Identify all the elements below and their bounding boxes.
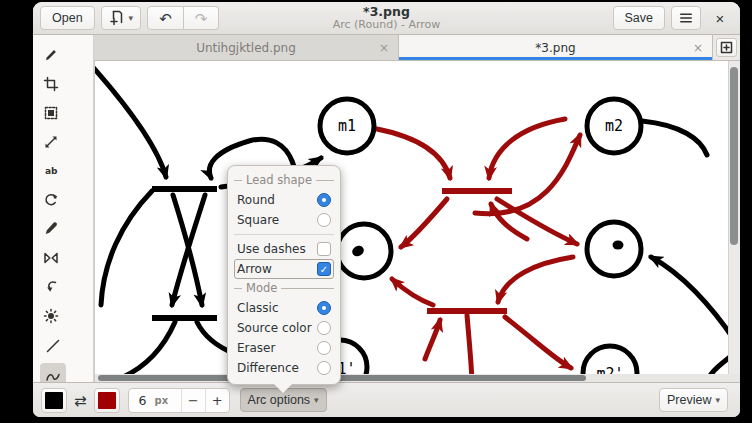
primary-color-chip xyxy=(45,392,63,409)
tools-sidebar: ab xyxy=(33,35,94,382)
tool-selection[interactable] xyxy=(38,100,64,125)
paint-icon xyxy=(43,279,59,295)
flip-mirror-icon xyxy=(43,250,59,266)
size-decrease-button[interactable]: − xyxy=(181,389,205,412)
option-round[interactable]: Round xyxy=(234,190,334,210)
option-source-color[interactable]: Source color xyxy=(234,318,334,338)
tool-pencil[interactable] xyxy=(38,42,64,67)
brightness-sun-icon xyxy=(43,308,59,324)
header-bar: *3.png Arc (Round) - Arrow Open ▾ ↶ ↷ xyxy=(33,2,740,35)
option-difference[interactable]: Difference xyxy=(234,358,334,378)
undo-button[interactable]: ↶ xyxy=(147,6,184,30)
tab-untitled[interactable]: Untihgjktled.png × xyxy=(94,35,399,60)
option-label: Round xyxy=(237,193,275,207)
tab-bar: Untihgjktled.png × *3.png × xyxy=(94,35,740,61)
vertical-scrollbar[interactable] xyxy=(728,61,740,374)
preview-label: Preview xyxy=(667,393,711,407)
open-button[interactable]: Open xyxy=(40,6,95,30)
save-button[interactable]: Save xyxy=(613,6,666,30)
radio-unchecked-icon[interactable] xyxy=(317,321,331,335)
option-label: Arrow xyxy=(237,262,272,276)
secondary-color-chip xyxy=(98,392,116,409)
tab-close-icon[interactable]: × xyxy=(693,41,703,55)
tool-size-spinner: 6 px − + xyxy=(128,388,230,413)
primary-color-button[interactable] xyxy=(41,388,67,413)
option-use-dashes[interactable]: Use dashes xyxy=(234,239,334,259)
tool-flip[interactable] xyxy=(38,245,64,270)
vertical-scrollbar-thumb[interactable] xyxy=(730,67,738,245)
option-square[interactable]: Square xyxy=(234,210,334,230)
tool-line[interactable] xyxy=(40,332,66,359)
radio-unchecked-icon[interactable] xyxy=(317,213,331,227)
option-label: Classic xyxy=(237,301,279,315)
tool-size-value[interactable]: 6 xyxy=(129,393,155,408)
window-close-button[interactable]: × xyxy=(707,6,733,30)
hamburger-menu-icon xyxy=(679,12,693,24)
tool-crop[interactable] xyxy=(38,71,64,96)
section-title-mode: Mode xyxy=(234,281,334,295)
redo-icon: ↷ xyxy=(195,11,208,26)
radio-checked-icon[interactable] xyxy=(317,301,331,315)
tool-scale[interactable] xyxy=(38,129,64,154)
option-eraser[interactable]: Eraser xyxy=(234,338,334,358)
drawing-canvas[interactable]: m1 m2 m1' m2' xyxy=(94,61,740,382)
pencil-icon xyxy=(43,47,59,63)
place-label-m1: m1 xyxy=(338,117,356,135)
option-label: Source color xyxy=(237,321,312,335)
bottom-action-bar: ⇄ 6 px − + Arc options ▾ Preview ▾ xyxy=(33,382,740,417)
radio-unchecked-icon[interactable] xyxy=(317,361,331,375)
option-label: Eraser xyxy=(237,341,275,355)
tab-close-icon[interactable]: × xyxy=(379,41,389,55)
selection-icon xyxy=(43,105,59,121)
drawing-app-window: *3.png Arc (Round) - Arrow Open ▾ ↶ ↷ xyxy=(33,2,740,417)
chevron-down-icon: ▾ xyxy=(314,395,319,405)
new-image-icon xyxy=(109,10,125,26)
swap-colors-button[interactable]: ⇄ xyxy=(69,388,92,412)
scale-icon xyxy=(43,134,59,150)
tool-rotate[interactable] xyxy=(38,187,64,212)
close-icon: × xyxy=(716,10,725,27)
arc-options-popover: Lead shape Round Square Use dashes Arrow… xyxy=(227,165,341,385)
text-tool-icon: ab xyxy=(43,163,59,179)
option-label: Square xyxy=(237,213,279,227)
radio-unchecked-icon[interactable] xyxy=(317,341,331,355)
crop-icon xyxy=(43,76,59,92)
option-label: Use dashes xyxy=(237,242,306,256)
tool-paint[interactable] xyxy=(38,274,64,299)
rotate-icon xyxy=(43,192,59,208)
place-label-m2: m2 xyxy=(605,117,623,135)
option-label: Difference xyxy=(237,361,299,375)
swap-colors-icon: ⇄ xyxy=(74,393,87,408)
tab-3png[interactable]: *3.png × xyxy=(399,35,713,60)
red-arcs xyxy=(377,119,580,381)
line-tool-icon xyxy=(45,338,61,354)
new-image-menu-button[interactable]: ▾ xyxy=(101,6,142,30)
checkbox-checked-icon[interactable]: ✓ xyxy=(317,262,331,276)
main-area: ab xyxy=(33,35,740,382)
header-left-controls: Open ▾ ↶ ↷ xyxy=(40,6,219,30)
size-increase-button[interactable]: + xyxy=(205,389,229,412)
horizontal-scrollbar-thumb[interactable] xyxy=(98,375,586,381)
new-tab-icon xyxy=(720,41,733,54)
option-arrow[interactable]: Arrow ✓ xyxy=(234,259,334,279)
secondary-color-button[interactable] xyxy=(94,388,120,413)
redo-button[interactable]: ↷ xyxy=(184,6,220,30)
preview-button[interactable]: Preview ▾ xyxy=(659,388,728,412)
main-menu-button[interactable] xyxy=(671,6,701,30)
option-classic[interactable]: Classic xyxy=(234,298,334,318)
black-arcs xyxy=(95,65,740,379)
places xyxy=(313,99,641,382)
tool-color-picker[interactable] xyxy=(38,216,64,241)
arc-options-label: Arc options xyxy=(248,393,311,407)
eyedropper-icon xyxy=(43,221,59,237)
content-column: Untihgjktled.png × *3.png × xyxy=(94,35,740,382)
tool-saturate[interactable] xyxy=(38,303,64,328)
tab-bar-end xyxy=(713,35,740,60)
radio-checked-icon[interactable] xyxy=(317,193,331,207)
checkbox-unchecked-icon[interactable] xyxy=(317,242,331,256)
chevron-down-icon: ▾ xyxy=(715,395,720,405)
new-tab-button[interactable] xyxy=(716,38,737,57)
tool-text[interactable]: ab xyxy=(38,158,64,183)
svg-text:ab: ab xyxy=(45,166,58,176)
horizontal-scrollbar[interactable] xyxy=(95,374,740,382)
